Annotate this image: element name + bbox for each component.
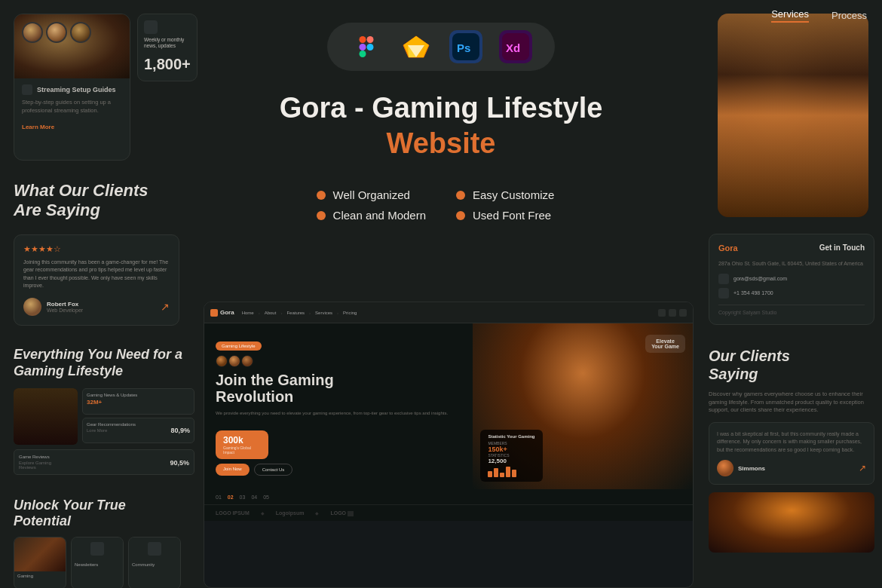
bar-1 (488, 471, 492, 477)
preview-bars (488, 467, 534, 477)
game-reviews-card: Game Reviews Explore GamingReviews 90,5% (14, 449, 194, 475)
contact-phone-row: +1 354 498 1700 (718, 288, 865, 299)
clients-right-section: Our ClientsSaying Discover why gamers ev… (709, 347, 874, 553)
contact-email-row: gora@sds@gmail.com (718, 274, 865, 284)
logo-ipsum-3: LOGO |||| (330, 510, 353, 516)
person-3 (70, 22, 91, 43)
bullet-icon (456, 211, 465, 220)
page-01[interactable]: 01 (216, 495, 222, 500)
svg-point-3 (367, 44, 374, 51)
reviewer-info: Robert Fox Web Developer ↗ (23, 298, 170, 316)
person-2 (46, 22, 67, 43)
xd-icon: Xd (499, 30, 532, 63)
phone-icon (718, 288, 729, 299)
page-05[interactable]: 05 (263, 495, 269, 500)
preview-nav-items: Home › About › Features › Services › Pri… (242, 311, 357, 315)
right-small-photo (709, 492, 874, 553)
everything-section: Everything You Need for aGaming Lifestyl… (14, 347, 194, 475)
bullet-icon (317, 211, 326, 220)
tools-bar: Ps Xd (327, 23, 555, 71)
bullet-icon (456, 191, 465, 200)
bell-icon-btn[interactable] (669, 309, 676, 317)
preview-logos-bar: LOGO IPSUM ◆ Logoipsum ◆ LOGO |||| (204, 504, 693, 521)
card-photo (14, 14, 130, 78)
page-04[interactable]: 04 (251, 495, 257, 500)
svg-rect-0 (360, 36, 366, 43)
preview-stat-num: 300k (223, 435, 261, 446)
contact-email: gora@sds@gmail.com (733, 276, 787, 281)
notification-text: Weekly or monthly news, updates (144, 37, 191, 50)
streaming-label: Streaming Setup Guides (37, 86, 116, 93)
streaming-icon (22, 84, 32, 95)
feature-easy-customize: Easy Customize (456, 188, 565, 201)
learn-more-link[interactable]: Learn More (22, 124, 54, 130)
preview-stat-box: 300k Gaming's Global Impact (216, 430, 268, 459)
hero-portrait (718, 14, 868, 217)
search-icon-btn[interactable] (658, 309, 666, 317)
feature-clean-modern: Clean and Modern (317, 209, 426, 222)
contact-card: Gora Get in Touch 287a Ohio St. South Ga… (709, 234, 874, 325)
preview-avatar-2 (228, 355, 240, 367)
bar-3 (500, 473, 504, 477)
preview-contact-btn[interactable]: Contact Us (254, 464, 293, 476)
logo-ipsum-1: LOGO IPSUM (216, 510, 250, 516)
preview-logo: Gora (210, 309, 234, 317)
clients-right-title: Our ClientsSaying (709, 347, 874, 383)
test-text-right: I was a bit skeptical at first, but this… (717, 430, 866, 455)
arrow-right-icon[interactable]: ↗ (859, 463, 866, 473)
logo-icon-1: ◆ (261, 510, 265, 516)
preview-logo-text: Gora (220, 309, 234, 316)
streaming-card: Streaming Setup Guides Step-by-step guid… (14, 14, 130, 161)
svg-rect-1 (367, 36, 374, 43)
preview-pagination: 01 02 03 04 05 (204, 489, 693, 504)
hero-center: Ps Xd Gora - Gaming Lifestyle Website We… (211, 23, 671, 222)
stat-card-gear: Gear Recommendations Lore More 80,9% (82, 418, 194, 443)
arrow-icon[interactable]: ↗ (161, 301, 170, 313)
preview-nav-home: Home (242, 311, 254, 315)
people-overlay (22, 22, 91, 43)
email-icon (718, 274, 729, 284)
feature-well-organized: Well Organized (317, 188, 426, 201)
logo-icon-2: ◆ (315, 510, 319, 516)
page-02[interactable]: 02 (228, 495, 234, 500)
preview-join-btn[interactable]: Join Now (216, 464, 250, 476)
preview-hero-desc: We provide everything you need to elevat… (216, 410, 461, 417)
bullet-icon (317, 191, 326, 200)
reviewer-name: Robert Fox (47, 301, 83, 308)
unlock-card-community: Community (128, 537, 181, 588)
settings-icon-btn[interactable] (679, 309, 687, 317)
svg-rect-4 (360, 51, 366, 57)
reviewer-right-avatar (717, 460, 733, 476)
unlock-card-newsletters: Newsletters (71, 537, 124, 588)
nav-services[interactable]: Services (771, 8, 809, 23)
preview-nav-features: Features (286, 311, 305, 315)
features-grid: Well Organized Easy Customize Clean and … (317, 188, 566, 222)
contact-brand: Gora (718, 243, 738, 253)
photoshop-icon: Ps (449, 30, 482, 63)
preview-hero-title: Join the GamingRevolution (216, 372, 461, 405)
stats-value: 12,500 (488, 458, 506, 464)
preview-nav-services: Services (315, 311, 332, 315)
preview-nav-about: About (265, 311, 277, 315)
unlock-section: Unlock Your TruePotential Gaming Newslet… (14, 498, 181, 588)
preview-elevate-text: ElevateYour Game (651, 338, 679, 349)
bar-4 (506, 467, 510, 477)
unlock-title: Unlock Your TruePotential (14, 498, 181, 529)
notification-count: 1,800+ (144, 56, 191, 73)
preview-nav: Gora Home › About › Features › Services … (204, 302, 693, 323)
preview-buttons: Join Now Contact Us (216, 464, 461, 476)
top-navigation: Services Process (716, 0, 882, 30)
svg-text:Ps: Ps (457, 41, 470, 54)
preview-nav-pricing: Pricing (343, 311, 357, 315)
logo-ipsum-2: Logoipsum (276, 510, 305, 516)
preview-hero-right: ElevateYour Game Statistic Your Gaming M… (473, 323, 693, 489)
preview-stat-overlay-title: Statistic Your Gaming (488, 434, 534, 439)
notification-card: Weekly or monthly news, updates 1,800+ (137, 14, 198, 81)
nav-process[interactable]: Process (831, 10, 867, 21)
page-03[interactable]: 03 (240, 495, 246, 500)
star-rating: ★★★★☆ (23, 244, 170, 254)
person-1 (22, 22, 43, 43)
unlock-cards: Gaming Newsletters Community (14, 537, 181, 588)
preview-stat-overlay: Statistic Your Gaming MEMBERS 150k+ STAT… (480, 430, 542, 482)
feature-font-free: Used Font Free (456, 209, 565, 222)
